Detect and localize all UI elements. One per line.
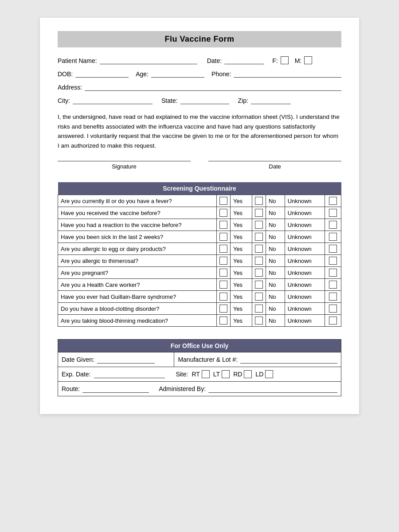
unknown-checkbox-cell[interactable] <box>325 207 341 219</box>
question-text: Are you taking blood-thinning medication… <box>58 315 217 327</box>
dob-input[interactable] <box>75 69 129 78</box>
date-given-input[interactable] <box>97 356 155 364</box>
yes-checkbox[interactable] <box>219 209 227 217</box>
date-input[interactable] <box>224 55 264 64</box>
no-checkbox-cell[interactable] <box>252 231 266 243</box>
yes-checkbox-cell[interactable] <box>216 207 230 219</box>
age-input[interactable] <box>151 69 204 78</box>
zip-input[interactable] <box>251 95 291 104</box>
no-checkbox[interactable] <box>255 317 263 325</box>
yes-checkbox[interactable] <box>219 221 227 229</box>
unknown-checkbox[interactable] <box>329 197 337 205</box>
no-checkbox[interactable] <box>255 209 263 217</box>
rd-label: RD <box>233 371 242 378</box>
route-input[interactable] <box>82 385 149 393</box>
yes-checkbox[interactable] <box>219 197 227 205</box>
unknown-checkbox-cell[interactable] <box>325 303 341 315</box>
no-checkbox[interactable] <box>255 293 263 301</box>
m-label: M: <box>295 57 302 64</box>
no-checkbox[interactable] <box>255 257 263 265</box>
no-checkbox-cell[interactable] <box>252 291 266 303</box>
ld-checkbox[interactable] <box>265 370 273 378</box>
no-checkbox-cell[interactable] <box>252 303 266 315</box>
yes-checkbox-cell[interactable] <box>216 291 230 303</box>
no-checkbox-cell[interactable] <box>252 255 266 267</box>
no-checkbox[interactable] <box>255 221 263 229</box>
yes-checkbox[interactable] <box>219 233 227 241</box>
patient-name-input[interactable] <box>100 55 197 64</box>
unknown-checkbox[interactable] <box>329 245 337 253</box>
signature-line <box>58 161 191 161</box>
yes-checkbox[interactable] <box>219 317 227 325</box>
yes-checkbox[interactable] <box>219 281 227 289</box>
exp-date-input[interactable] <box>94 370 165 378</box>
yes-checkbox-cell[interactable] <box>216 195 230 207</box>
site-label: Site: <box>176 371 188 378</box>
yes-checkbox-cell[interactable] <box>216 315 230 327</box>
no-checkbox[interactable] <box>255 269 263 277</box>
questionnaire-row: Have you been sick in the last 2 weeks?Y… <box>58 231 341 243</box>
unknown-label: Unknown <box>285 315 325 327</box>
no-checkbox[interactable] <box>255 233 263 241</box>
address-input[interactable] <box>85 82 341 91</box>
no-checkbox[interactable] <box>255 305 263 313</box>
yes-checkbox[interactable] <box>219 293 227 301</box>
no-checkbox-cell[interactable] <box>252 219 266 231</box>
mfr-lot-cell: Manufacturer & Lot #: <box>174 352 341 367</box>
unknown-checkbox-cell[interactable] <box>325 219 341 231</box>
unknown-checkbox-cell[interactable] <box>325 255 341 267</box>
yes-checkbox[interactable] <box>219 269 227 277</box>
no-checkbox[interactable] <box>255 281 263 289</box>
no-checkbox-cell[interactable] <box>252 195 266 207</box>
unknown-checkbox[interactable] <box>329 293 337 301</box>
yes-checkbox[interactable] <box>219 257 227 265</box>
no-label: No <box>266 303 285 315</box>
unknown-checkbox-cell[interactable] <box>325 279 341 291</box>
admin-by-input[interactable] <box>208 385 337 393</box>
yes-checkbox-cell[interactable] <box>216 255 230 267</box>
yes-checkbox-cell[interactable] <box>216 279 230 291</box>
rd-checkbox[interactable] <box>244 370 252 378</box>
yes-checkbox-cell[interactable] <box>216 219 230 231</box>
unknown-checkbox-cell[interactable] <box>325 267 341 279</box>
state-input[interactable] <box>180 95 229 104</box>
unknown-checkbox[interactable] <box>329 305 337 313</box>
yes-checkbox-cell[interactable] <box>216 243 230 255</box>
city-input[interactable] <box>73 95 153 104</box>
unknown-checkbox-cell[interactable] <box>325 315 341 327</box>
no-checkbox-cell[interactable] <box>252 315 266 327</box>
no-checkbox-cell[interactable] <box>252 243 266 255</box>
unknown-label: Unknown <box>285 267 325 279</box>
date-block: Date <box>208 161 341 170</box>
unknown-checkbox-cell[interactable] <box>325 195 341 207</box>
phone-input[interactable] <box>234 69 341 78</box>
unknown-checkbox-cell[interactable] <box>325 243 341 255</box>
f-checkbox[interactable] <box>281 56 289 64</box>
unknown-checkbox[interactable] <box>329 269 337 277</box>
lt-checkbox[interactable] <box>222 370 230 378</box>
unknown-checkbox-cell[interactable] <box>325 291 341 303</box>
unknown-checkbox-cell[interactable] <box>325 231 341 243</box>
admin-by-label: Administered By: <box>159 385 206 392</box>
no-checkbox-cell[interactable] <box>252 279 266 291</box>
unknown-checkbox[interactable] <box>329 221 337 229</box>
yes-checkbox-cell[interactable] <box>216 303 230 315</box>
yes-checkbox[interactable] <box>219 305 227 313</box>
no-checkbox[interactable] <box>255 245 263 253</box>
state-label: State: <box>161 97 178 104</box>
no-checkbox[interactable] <box>255 197 263 205</box>
question-text: Are you a Health Care worker? <box>58 279 217 291</box>
unknown-checkbox[interactable] <box>329 257 337 265</box>
unknown-checkbox[interactable] <box>329 281 337 289</box>
rt-checkbox[interactable] <box>202 370 210 378</box>
unknown-checkbox[interactable] <box>329 317 337 325</box>
no-checkbox-cell[interactable] <box>252 267 266 279</box>
yes-checkbox-cell[interactable] <box>216 231 230 243</box>
unknown-checkbox[interactable] <box>329 233 337 241</box>
mfr-lot-input[interactable] <box>240 356 337 364</box>
yes-checkbox[interactable] <box>219 245 227 253</box>
unknown-checkbox[interactable] <box>329 209 337 217</box>
m-checkbox[interactable] <box>304 56 312 64</box>
yes-checkbox-cell[interactable] <box>216 267 230 279</box>
no-checkbox-cell[interactable] <box>252 207 266 219</box>
